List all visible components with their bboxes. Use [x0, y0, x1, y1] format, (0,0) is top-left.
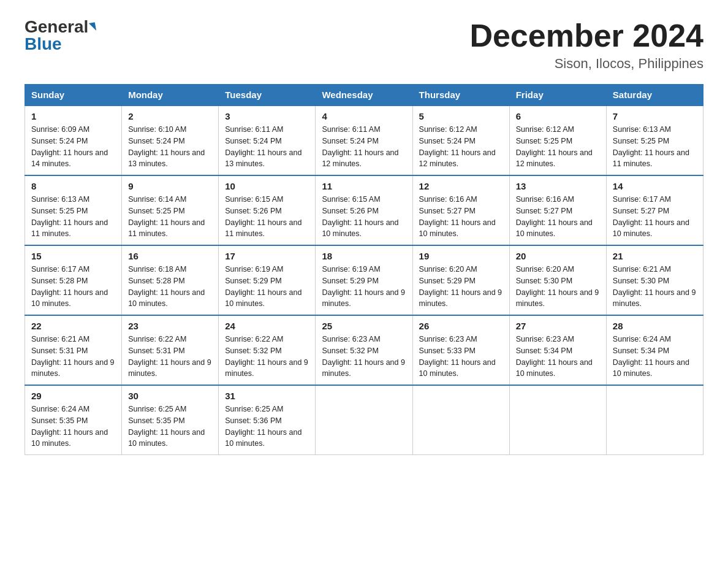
- month-title: December 2024: [469, 18, 703, 53]
- calendar-cell: [509, 385, 606, 455]
- day-info: Sunrise: 6:23 AMSunset: 5:34 PMDaylight:…: [516, 334, 600, 380]
- day-info: Sunrise: 6:22 AMSunset: 5:31 PMDaylight:…: [128, 334, 212, 380]
- calendar-cell: 23Sunrise: 6:22 AMSunset: 5:31 PMDayligh…: [122, 315, 219, 385]
- day-number: 28: [613, 321, 697, 331]
- calendar-week-row: 29Sunrise: 6:24 AMSunset: 5:35 PMDayligh…: [25, 385, 703, 455]
- day-number: 13: [516, 181, 600, 191]
- day-info: Sunrise: 6:15 AMSunset: 5:26 PMDaylight:…: [322, 194, 406, 240]
- logo-general-text: General: [25, 18, 88, 36]
- calendar-cell: 9Sunrise: 6:14 AMSunset: 5:25 PMDaylight…: [122, 175, 219, 245]
- calendar-cell: 2Sunrise: 6:10 AMSunset: 5:24 PMDaylight…: [122, 105, 219, 175]
- calendar-cell: 27Sunrise: 6:23 AMSunset: 5:34 PMDayligh…: [509, 315, 606, 385]
- calendar-cell: 3Sunrise: 6:11 AMSunset: 5:24 PMDaylight…: [219, 105, 316, 175]
- day-info: Sunrise: 6:11 AMSunset: 5:24 PMDaylight:…: [225, 124, 309, 170]
- calendar-cell: 17Sunrise: 6:19 AMSunset: 5:29 PMDayligh…: [219, 245, 316, 315]
- day-info: Sunrise: 6:09 AMSunset: 5:24 PMDaylight:…: [31, 124, 115, 170]
- day-number: 15: [31, 251, 115, 261]
- day-info: Sunrise: 6:19 AMSunset: 5:29 PMDaylight:…: [225, 264, 309, 310]
- calendar-cell: 8Sunrise: 6:13 AMSunset: 5:25 PMDaylight…: [25, 175, 122, 245]
- header-sunday: Sunday: [25, 85, 122, 106]
- day-number: 6: [516, 111, 600, 121]
- day-number: 24: [225, 321, 309, 331]
- calendar-cell: 30Sunrise: 6:25 AMSunset: 5:35 PMDayligh…: [122, 385, 219, 455]
- day-info: Sunrise: 6:14 AMSunset: 5:25 PMDaylight:…: [128, 194, 212, 240]
- calendar-cell: 20Sunrise: 6:20 AMSunset: 5:30 PMDayligh…: [509, 245, 606, 315]
- title-block: December 2024 Sison, Ilocos, Philippines: [469, 18, 703, 72]
- day-number: 30: [128, 391, 212, 401]
- day-info: Sunrise: 6:23 AMSunset: 5:33 PMDaylight:…: [419, 334, 503, 380]
- day-number: 1: [31, 111, 115, 121]
- day-number: 29: [31, 391, 115, 401]
- day-number: 9: [128, 181, 212, 191]
- day-number: 4: [322, 111, 406, 121]
- header-tuesday: Tuesday: [219, 85, 316, 106]
- day-info: Sunrise: 6:21 AMSunset: 5:31 PMDaylight:…: [31, 334, 115, 380]
- day-info: Sunrise: 6:25 AMSunset: 5:35 PMDaylight:…: [128, 404, 212, 450]
- calendar-cell: 6Sunrise: 6:12 AMSunset: 5:25 PMDaylight…: [509, 105, 606, 175]
- day-info: Sunrise: 6:10 AMSunset: 5:24 PMDaylight:…: [128, 124, 212, 170]
- day-info: Sunrise: 6:12 AMSunset: 5:25 PMDaylight:…: [516, 124, 600, 170]
- day-number: 21: [613, 251, 697, 261]
- calendar-cell: 14Sunrise: 6:17 AMSunset: 5:27 PMDayligh…: [606, 175, 703, 245]
- day-info: Sunrise: 6:15 AMSunset: 5:26 PMDaylight:…: [225, 194, 309, 240]
- day-info: Sunrise: 6:20 AMSunset: 5:30 PMDaylight:…: [516, 264, 600, 310]
- day-number: 10: [225, 181, 309, 191]
- calendar-cell: 1Sunrise: 6:09 AMSunset: 5:24 PMDaylight…: [25, 105, 122, 175]
- day-number: 19: [419, 251, 503, 261]
- calendar-cell: 12Sunrise: 6:16 AMSunset: 5:27 PMDayligh…: [412, 175, 509, 245]
- header-friday: Friday: [509, 85, 606, 106]
- day-info: Sunrise: 6:13 AMSunset: 5:25 PMDaylight:…: [31, 194, 115, 240]
- day-info: Sunrise: 6:19 AMSunset: 5:29 PMDaylight:…: [322, 264, 406, 310]
- day-info: Sunrise: 6:17 AMSunset: 5:28 PMDaylight:…: [31, 264, 115, 310]
- calendar-cell: 16Sunrise: 6:18 AMSunset: 5:28 PMDayligh…: [122, 245, 219, 315]
- calendar-cell: 28Sunrise: 6:24 AMSunset: 5:34 PMDayligh…: [606, 315, 703, 385]
- day-number: 2: [128, 111, 212, 121]
- day-number: 5: [419, 111, 503, 121]
- day-info: Sunrise: 6:22 AMSunset: 5:32 PMDaylight:…: [225, 334, 309, 380]
- calendar-cell: [606, 385, 703, 455]
- day-number: 3: [225, 111, 309, 121]
- calendar-cell: 15Sunrise: 6:17 AMSunset: 5:28 PMDayligh…: [25, 245, 122, 315]
- calendar-cell: 4Sunrise: 6:11 AMSunset: 5:24 PMDaylight…: [316, 105, 412, 175]
- logo: General Blue: [25, 18, 96, 53]
- calendar-table: SundayMondayTuesdayWednesdayThursdayFrid…: [25, 84, 703, 455]
- calendar-cell: 24Sunrise: 6:22 AMSunset: 5:32 PMDayligh…: [219, 315, 316, 385]
- logo-blue-text: Blue: [25, 36, 96, 53]
- day-number: 27: [516, 321, 600, 331]
- day-info: Sunrise: 6:12 AMSunset: 5:24 PMDaylight:…: [419, 124, 503, 170]
- day-number: 8: [31, 181, 115, 191]
- calendar-cell: 22Sunrise: 6:21 AMSunset: 5:31 PMDayligh…: [25, 315, 122, 385]
- calendar-cell: 13Sunrise: 6:16 AMSunset: 5:27 PMDayligh…: [509, 175, 606, 245]
- calendar-header-row: SundayMondayTuesdayWednesdayThursdayFrid…: [25, 85, 703, 106]
- calendar-cell: 7Sunrise: 6:13 AMSunset: 5:25 PMDaylight…: [606, 105, 703, 175]
- calendar-week-row: 1Sunrise: 6:09 AMSunset: 5:24 PMDaylight…: [25, 105, 703, 175]
- day-number: 25: [322, 321, 406, 331]
- calendar-cell: 29Sunrise: 6:24 AMSunset: 5:35 PMDayligh…: [25, 385, 122, 455]
- day-number: 20: [516, 251, 600, 261]
- day-number: 18: [322, 251, 406, 261]
- day-info: Sunrise: 6:16 AMSunset: 5:27 PMDaylight:…: [419, 194, 503, 240]
- day-number: 14: [613, 181, 697, 191]
- day-number: 22: [31, 321, 115, 331]
- calendar-cell: 26Sunrise: 6:23 AMSunset: 5:33 PMDayligh…: [412, 315, 509, 385]
- day-number: 31: [225, 391, 309, 401]
- day-number: 26: [419, 321, 503, 331]
- day-info: Sunrise: 6:17 AMSunset: 5:27 PMDaylight:…: [613, 194, 697, 240]
- calendar-cell: 31Sunrise: 6:25 AMSunset: 5:36 PMDayligh…: [219, 385, 316, 455]
- logo-triangle-icon: [89, 22, 96, 32]
- calendar-cell: 21Sunrise: 6:21 AMSunset: 5:30 PMDayligh…: [606, 245, 703, 315]
- calendar-cell: 19Sunrise: 6:20 AMSunset: 5:29 PMDayligh…: [412, 245, 509, 315]
- header-thursday: Thursday: [412, 85, 509, 106]
- calendar-cell: [412, 385, 509, 455]
- calendar-cell: 10Sunrise: 6:15 AMSunset: 5:26 PMDayligh…: [219, 175, 316, 245]
- day-number: 17: [225, 251, 309, 261]
- day-info: Sunrise: 6:13 AMSunset: 5:25 PMDaylight:…: [613, 124, 697, 170]
- calendar-week-row: 22Sunrise: 6:21 AMSunset: 5:31 PMDayligh…: [25, 315, 703, 385]
- day-info: Sunrise: 6:25 AMSunset: 5:36 PMDaylight:…: [225, 404, 309, 450]
- day-number: 23: [128, 321, 212, 331]
- day-info: Sunrise: 6:24 AMSunset: 5:35 PMDaylight:…: [31, 404, 115, 450]
- location-subtitle: Sison, Ilocos, Philippines: [469, 56, 703, 72]
- day-info: Sunrise: 6:11 AMSunset: 5:24 PMDaylight:…: [322, 124, 406, 170]
- day-info: Sunrise: 6:24 AMSunset: 5:34 PMDaylight:…: [613, 334, 697, 380]
- calendar-cell: 5Sunrise: 6:12 AMSunset: 5:24 PMDaylight…: [412, 105, 509, 175]
